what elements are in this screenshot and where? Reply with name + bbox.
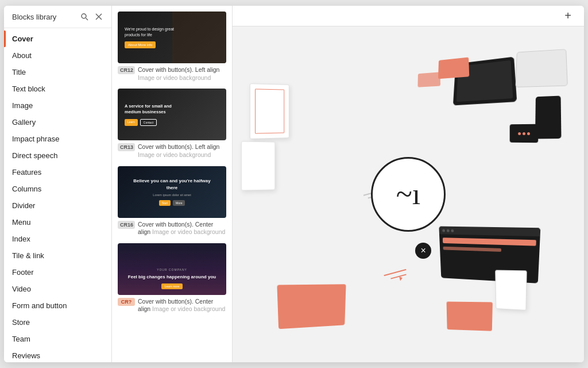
block-preview-cr16[interactable]: Believe you can and you're halfway there… (118, 166, 226, 236)
salmon-bottom-card (277, 284, 346, 329)
sidebar-item-label: Cover (12, 34, 33, 43)
block-badge: CR13 (118, 143, 135, 151)
salmon-card-2 (417, 72, 440, 87)
salmon-card-1 (438, 57, 469, 79)
block-label: Cover with button(s). Center align Image… (138, 298, 226, 313)
thumb-buttons: About More info (125, 41, 156, 48)
block-info-cr16: CR16 Cover with button(s). Center align … (118, 221, 226, 236)
block-label: Cover with button(s). Left align Image o… (138, 143, 226, 159)
thumb-btn2: Contact (140, 119, 157, 126)
thumb-btn1: Start (159, 200, 171, 206)
tilda-logo-symbol: ~ı (396, 179, 421, 209)
sidebar-item-video[interactable]: Video (4, 281, 111, 297)
block-preview-cr-mountain[interactable]: YOUR COMPANY Feel big changes happening … (118, 243, 226, 313)
sidebar-item-form-button[interactable]: Form and button (4, 297, 111, 314)
sidebar-item-index[interactable]: Index (4, 231, 111, 247)
dot (442, 229, 445, 232)
thumb-btn: Learn more (161, 283, 183, 289)
sidebar-item-label: Gallery (12, 118, 36, 126)
sidebar-item-label: Direct speech (12, 151, 57, 160)
sidebar-item-label: Video (12, 285, 31, 293)
block-thumbnail-cr-mountain: YOUR COMPANY Feel big changes happening … (118, 243, 226, 295)
sidebar-item-tile-link[interactable]: Tile & link (4, 247, 111, 264)
sidebar-title: Blocks library (12, 13, 56, 21)
dot-3 (527, 132, 529, 135)
sidebar-item-label: Text block (12, 85, 45, 93)
white-card-br (495, 270, 527, 310)
sidebar-item-divider[interactable]: Divider (4, 197, 111, 214)
sidebar-item-label: Footer (12, 268, 34, 277)
sidebar-item-store[interactable]: Store (4, 314, 111, 331)
sidebar-item-label: Reviews (12, 351, 40, 360)
canvas-content: × (233, 6, 584, 362)
sidebar-item-cover[interactable]: Cover (4, 30, 111, 47)
sidebar-item-label: About (12, 51, 32, 60)
sidebar-item-footer[interactable]: Footer (4, 264, 111, 281)
thumb-headline: Feel big changes happening around you (128, 274, 216, 280)
blocks-panel: We're proud to design great products for… (112, 6, 233, 362)
sidebar-item-image[interactable]: Image (4, 97, 111, 114)
close-icon[interactable] (94, 12, 103, 21)
paper-doc-2 (241, 141, 275, 190)
sidebar: Blocks library Cover (4, 6, 112, 362)
dots-card (510, 124, 539, 143)
sidebar-item-title[interactable]: Title (4, 64, 111, 80)
thumb-headline: A service for small and medium businesse… (125, 103, 181, 116)
sidebar-item-label: Divider (12, 201, 35, 210)
sidebar-item-reviews[interactable]: Reviews (4, 347, 111, 362)
sidebar-icons (79, 12, 103, 22)
sidebar-item-label: Store (12, 318, 30, 327)
sidebar-nav: Cover About Title Text block Image Galle… (4, 28, 111, 362)
plus-float-icon: × (415, 243, 431, 259)
dot (451, 229, 454, 232)
sidebar-item-label: Tile & link (12, 251, 44, 260)
sidebar-item-label: Features (12, 168, 41, 177)
canvas-area: + (233, 6, 584, 362)
sidebar-header: Blocks library (4, 6, 111, 28)
browser-content-bar2 (443, 247, 501, 252)
sidebar-item-label: Form and button (12, 301, 67, 310)
sidebar-item-about[interactable]: About (4, 47, 111, 64)
block-badge: CR12 (118, 66, 135, 74)
block-label: Cover with button(s). Center align Image… (138, 221, 226, 236)
search-icon[interactable] (79, 12, 90, 22)
block-info-cr13: CR13 Cover with button(s). Left align Im… (118, 143, 226, 159)
sidebar-item-label: Image (12, 101, 33, 110)
block-preview-cr12[interactable]: We're proud to design great products for… (118, 12, 226, 82)
sidebar-item-gallery[interactable]: Gallery (4, 114, 111, 131)
sidebar-item-impact-phrase[interactable]: Impact phrase (4, 131, 111, 147)
block-info-cr-mountain: CR? Cover with button(s). Center align I… (118, 298, 226, 313)
thumb-headline: Believe you can and you're halfway there (133, 178, 211, 190)
salmon-card-br (447, 302, 493, 331)
content-area: We're proud to design great products for… (112, 6, 584, 362)
block-preview-cr13[interactable]: A service for small and medium businesse… (118, 89, 226, 159)
block-label: Cover with button(s). Left align Image o… (138, 66, 226, 82)
thumb-headline: We're proud to design great products for… (125, 26, 177, 38)
thumb-btn2: More (173, 200, 185, 206)
thumb-buttons: Start More (159, 200, 185, 206)
sidebar-item-label: Title (12, 68, 26, 76)
sidebar-item-direct-speech[interactable]: Direct speech (4, 147, 111, 164)
dot-1 (518, 132, 521, 135)
sidebar-item-features[interactable]: Features (4, 164, 111, 181)
browser-bar (439, 226, 540, 236)
block-info-cr12: CR12 Cover with button(s). Left align Im… (118, 66, 226, 82)
browser-content-bar (443, 237, 536, 246)
tilda-background: × (233, 26, 584, 362)
sidebar-item-label: Impact phrase (12, 135, 59, 143)
dot (447, 229, 450, 232)
sidebar-item-label: Team (12, 335, 30, 343)
device-tablet-light (516, 49, 568, 87)
block-badge: CR? (118, 298, 135, 306)
arrow-head (399, 275, 403, 281)
sidebar-item-columns[interactable]: Columns (4, 181, 111, 197)
svg-line-1 (86, 18, 88, 21)
block-thumbnail-cr16: Believe you can and you're halfway there… (118, 166, 226, 218)
thumb-btn1: Learn (125, 119, 138, 126)
sidebar-item-menu[interactable]: Menu (4, 214, 111, 231)
block-thumbnail-cr13: A service for small and medium businesse… (118, 89, 226, 140)
block-thumbnail-cr12: We're proud to design great products for… (118, 12, 226, 63)
sidebar-item-label: Columns (12, 185, 41, 193)
sidebar-item-team[interactable]: Team (4, 331, 111, 347)
sidebar-item-text-block[interactable]: Text block (4, 80, 111, 97)
